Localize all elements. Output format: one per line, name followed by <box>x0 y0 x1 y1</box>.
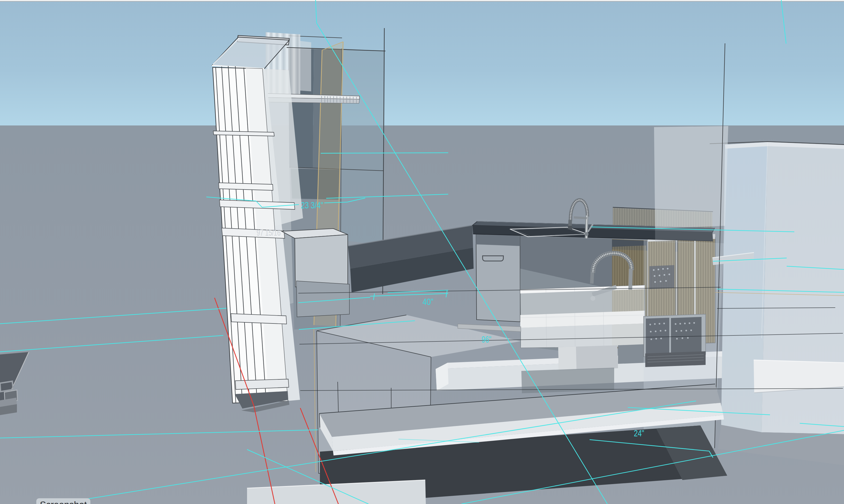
svg-text:24": 24" <box>634 428 644 438</box>
svg-text:40": 40" <box>423 296 433 307</box>
svg-text:97 15/16": 97 15/16" <box>257 228 283 237</box>
svg-text:96": 96" <box>482 334 491 344</box>
svg-text:23 3/4": 23 3/4" <box>301 200 323 210</box>
